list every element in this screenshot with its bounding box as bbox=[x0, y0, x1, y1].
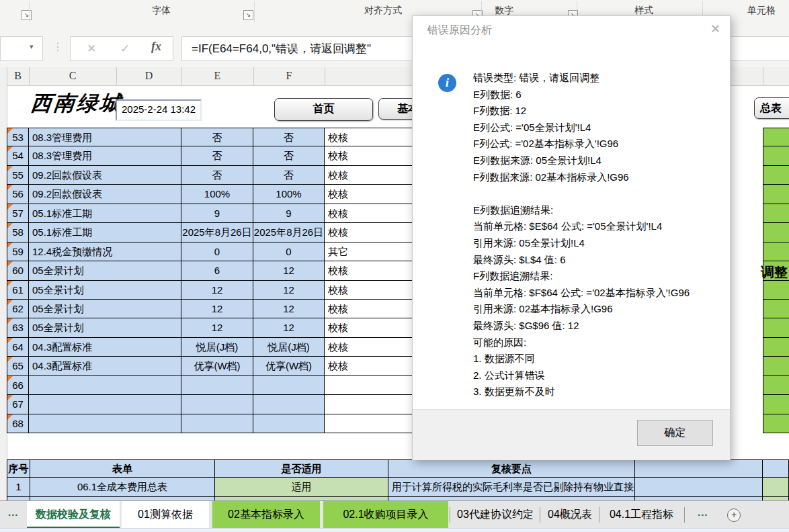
table-cell-e[interactable]: 否 bbox=[181, 128, 253, 146]
result-cell[interactable] bbox=[763, 395, 789, 414]
table-cell-e[interactable] bbox=[181, 395, 253, 414]
column-header-B[interactable]: B bbox=[7, 67, 30, 85]
ok-button[interactable]: 确定 bbox=[637, 420, 713, 446]
table-cell-num[interactable]: 64 bbox=[7, 338, 29, 357]
bottom-row-cell[interactable]: 1 bbox=[7, 478, 30, 497]
table-cell-num[interactable]: 58 bbox=[7, 223, 29, 242]
table-cell-f[interactable]: 12 bbox=[253, 281, 325, 300]
bottom-row-cell[interactable]: 用于计算所得税的实际毛利率是否已剔除持有物业直接成本 bbox=[388, 478, 635, 497]
table-cell-form[interactable] bbox=[29, 395, 181, 414]
table-cell-e[interactable]: 优享(W档) bbox=[181, 357, 253, 375]
table-cell-form[interactable]: 05.1标准工期 bbox=[29, 204, 181, 223]
table-cell-g[interactable]: 其它 bbox=[325, 242, 412, 261]
table-cell-form[interactable]: 05.1标准工期 bbox=[29, 223, 181, 242]
table-cell-num[interactable]: 61 bbox=[7, 281, 29, 300]
table-cell-f[interactable]: 2025年8月26日 bbox=[253, 223, 325, 242]
table-cell-num[interactable]: 63 bbox=[7, 318, 29, 337]
table-cell-form[interactable]: 05全景计划 bbox=[29, 300, 181, 318]
table-cell-e[interactable] bbox=[181, 376, 253, 395]
table-cell-g[interactable]: 校核 bbox=[325, 128, 412, 146]
result-cell[interactable] bbox=[763, 204, 789, 223]
table-cell-num[interactable]: 60 bbox=[7, 261, 29, 280]
dialog-launcher-icon[interactable]: ↘ bbox=[243, 10, 253, 20]
table-cell-g[interactable]: 校核 bbox=[325, 261, 412, 280]
table-cell-f[interactable]: 否 bbox=[253, 146, 325, 165]
sheet-tab-5[interactable]: 03代建协议约定 bbox=[452, 501, 539, 529]
table-cell-form[interactable]: 08.3管理费用 bbox=[29, 128, 181, 146]
result-cell[interactable] bbox=[763, 318, 789, 337]
enter-icon[interactable]: ✓ bbox=[120, 42, 130, 56]
table-cell-f[interactable] bbox=[253, 395, 325, 414]
table-cell-f[interactable]: 12 bbox=[253, 300, 325, 318]
table-cell-num[interactable]: 53 bbox=[7, 128, 29, 146]
sheet-tab-6[interactable]: 04概况表 bbox=[542, 501, 598, 529]
table-cell-g[interactable]: 校核 bbox=[325, 357, 412, 375]
table-cell-form[interactable]: 04.3配置标准 bbox=[29, 338, 181, 357]
table-cell-e[interactable]: 12 bbox=[181, 281, 253, 300]
table-cell-g[interactable]: 校核 bbox=[325, 146, 412, 165]
table-cell-f[interactable]: 0 bbox=[253, 242, 325, 261]
table-cell-num[interactable]: 66 bbox=[7, 376, 29, 395]
result-cell[interactable] bbox=[763, 146, 789, 165]
result-cell[interactable] bbox=[763, 223, 789, 242]
result-cell[interactable] bbox=[763, 376, 789, 395]
table-cell-g[interactable]: 校核 bbox=[325, 223, 412, 242]
table-cell-f[interactable]: 否 bbox=[253, 166, 325, 185]
table-cell-f[interactable]: 悦居(J档) bbox=[253, 338, 325, 357]
table-cell-form[interactable]: 12.4税金预缴情况 bbox=[29, 242, 181, 261]
bottom-row-cell[interactable] bbox=[763, 478, 789, 497]
column-header-D[interactable]: D bbox=[116, 67, 182, 85]
home-button[interactable]: 首页 bbox=[274, 98, 373, 121]
bottom-row-cell[interactable]: 适用 bbox=[215, 478, 388, 497]
table-cell-num[interactable]: 59 bbox=[7, 242, 29, 261]
result-cell[interactable] bbox=[763, 300, 789, 318]
table-cell-g[interactable]: 校核 bbox=[325, 300, 412, 318]
table-cell-num[interactable]: 56 bbox=[7, 185, 29, 204]
sheet-tab-2[interactable]: 01测算依据 bbox=[122, 501, 209, 529]
table-cell-num[interactable]: 55 bbox=[7, 166, 29, 185]
table-cell-num[interactable]: 65 bbox=[7, 357, 29, 375]
table-cell-g[interactable]: 校核 bbox=[325, 204, 412, 223]
table-cell-form[interactable] bbox=[29, 414, 181, 433]
table-cell-num[interactable]: 68 bbox=[7, 414, 29, 433]
column-header-E[interactable]: E bbox=[181, 67, 254, 85]
table-cell-f[interactable]: 优享(W档) bbox=[253, 357, 325, 375]
tab-scroll-right[interactable]: ... bbox=[698, 506, 708, 518]
sheet-tab-1[interactable]: 数据校验及复核 bbox=[27, 501, 120, 529]
summary-button-partial[interactable]: 总表 bbox=[754, 97, 789, 119]
tab-scroll-left[interactable]: ... bbox=[8, 506, 19, 518]
table-cell-num[interactable]: 54 bbox=[7, 146, 29, 165]
result-cell[interactable] bbox=[763, 338, 789, 357]
table-cell-num[interactable]: 62 bbox=[7, 300, 29, 318]
table-cell-e[interactable]: 0 bbox=[181, 242, 253, 261]
table-cell-e[interactable]: 12 bbox=[181, 300, 253, 318]
table-cell-e[interactable]: 9 bbox=[181, 204, 253, 223]
table-cell-f[interactable]: 12 bbox=[253, 261, 325, 280]
table-cell-g[interactable]: 校核 bbox=[325, 318, 412, 337]
table-cell-e[interactable]: 悦居(J档) bbox=[181, 338, 253, 357]
table-cell-f[interactable]: 否 bbox=[253, 128, 325, 146]
table-cell-form[interactable] bbox=[29, 376, 181, 395]
sheet-tab-4[interactable]: 02.1收购项目录入 bbox=[323, 501, 448, 529]
result-cell[interactable] bbox=[763, 185, 789, 204]
name-box[interactable] bbox=[0, 36, 43, 61]
table-cell-e[interactable]: 否 bbox=[181, 146, 253, 165]
table-cell-e[interactable]: 100% bbox=[181, 185, 253, 204]
table-cell-e[interactable]: 否 bbox=[181, 166, 253, 185]
result-cell[interactable] bbox=[763, 281, 789, 300]
table-cell-form[interactable]: 05全景计划 bbox=[29, 261, 181, 280]
table-cell-g[interactable] bbox=[325, 376, 412, 395]
table-cell-form[interactable]: 08.3管理费用 bbox=[29, 146, 181, 165]
add-sheet-icon[interactable]: + bbox=[727, 508, 741, 522]
sheet-tab-3[interactable]: 02基本指标录入 bbox=[212, 501, 320, 529]
table-cell-g[interactable] bbox=[325, 395, 412, 414]
table-cell-f[interactable]: 12 bbox=[253, 318, 325, 337]
table-cell-e[interactable]: 12 bbox=[181, 318, 253, 337]
table-cell-e[interactable]: 6 bbox=[181, 261, 253, 280]
table-cell-form[interactable]: 04.3配置标准 bbox=[29, 357, 181, 375]
table-cell-form[interactable]: 09.2回款假设表 bbox=[29, 185, 181, 204]
table-cell-f[interactable]: 100% bbox=[253, 185, 325, 204]
table-cell-f[interactable]: 9 bbox=[253, 204, 325, 223]
table-cell-g[interactable]: 校核 bbox=[325, 166, 412, 185]
table-cell-g[interactable] bbox=[325, 414, 412, 433]
